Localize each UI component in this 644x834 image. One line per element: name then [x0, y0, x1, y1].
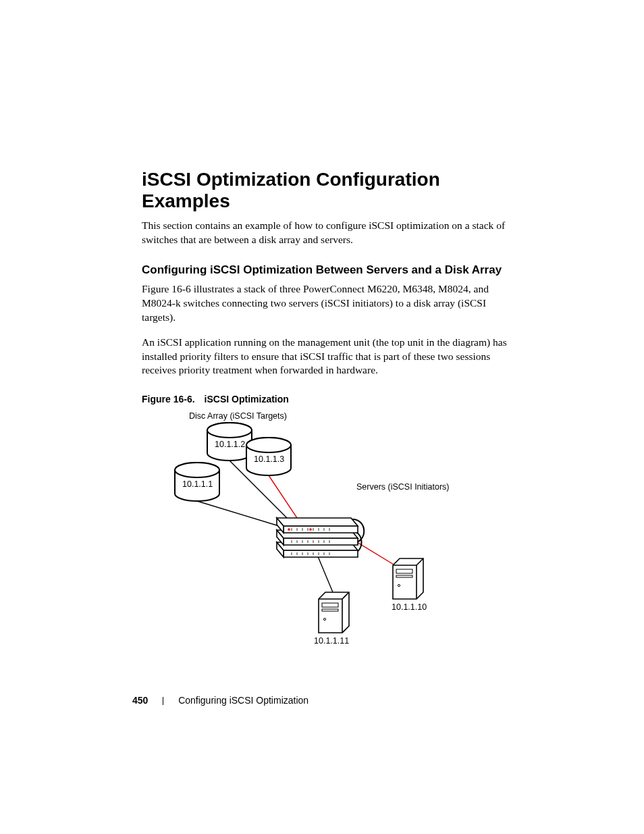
- svg-point-45: [309, 529, 312, 531]
- figure-caption: Figure 16-6.iSCSI Optimization: [142, 394, 520, 405]
- server-icon: [319, 592, 349, 633]
- page-number: 450: [132, 695, 148, 706]
- svg-point-6: [175, 463, 219, 477]
- page-footer: 450 Configuring iSCSI Optimization: [132, 695, 308, 706]
- server-icon: [393, 558, 423, 599]
- switch-stack-icon: [277, 518, 364, 557]
- svg-marker-46: [393, 558, 423, 599]
- figure-diagram: Disc Array (iSCSI Targets) Servers (iSCS…: [142, 411, 520, 668]
- topology-svg: [142, 411, 520, 668]
- intro-paragraph: This section contains an example of how …: [142, 219, 520, 247]
- disk-ip-1: 10.1.1.1: [182, 479, 213, 489]
- disk-ip-2: 10.1.1.2: [215, 440, 245, 449]
- body-paragraph-2: An iSCSI application running on the mana…: [142, 336, 520, 378]
- svg-point-10: [246, 438, 291, 452]
- footer-section-title: Configuring iSCSI Optimization: [178, 695, 308, 706]
- svg-line-0: [197, 501, 290, 529]
- page-title: iSCSI Optimization Configuration Example…: [142, 169, 520, 212]
- section-heading: Configuring iSCSI Optimization Between S…: [142, 263, 520, 277]
- svg-marker-51: [319, 592, 349, 633]
- svg-marker-23: [284, 538, 358, 545]
- svg-marker-33: [277, 518, 358, 526]
- server-ip-1: 10.1.1.10: [392, 602, 427, 612]
- svg-marker-12: [284, 550, 358, 557]
- disk-ip-3: 10.1.1.3: [254, 454, 284, 464]
- svg-marker-34: [284, 526, 358, 533]
- figure-title: iSCSI Optimization: [205, 394, 289, 405]
- svg-point-8: [207, 423, 252, 438]
- figure-number: Figure 16-6.: [142, 394, 195, 405]
- svg-line-2: [269, 475, 297, 518]
- body-paragraph-1: Figure 16-6 illustrates a stack of three…: [142, 282, 520, 325]
- server-ip-2: 10.1.1.11: [314, 636, 349, 646]
- svg-point-44: [288, 529, 290, 531]
